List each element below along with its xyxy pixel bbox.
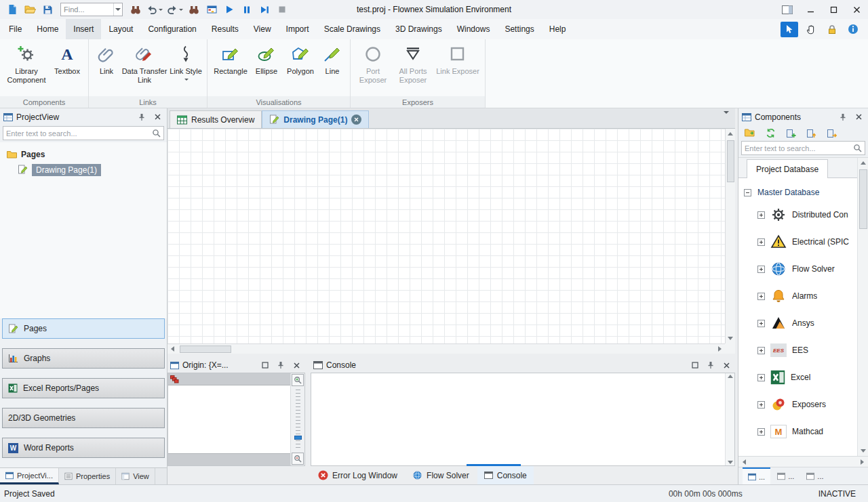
ribbon-link-exposer-button[interactable]: Link Exposer [434,44,481,76]
menu-help[interactable]: Help [542,19,574,39]
maximize-panel-button[interactable] [689,359,701,371]
layout-panel-button[interactable] [776,0,799,19]
ribbon-all-ports-exposer-button[interactable]: All Ports Exposer [392,44,434,85]
zoom-in-button[interactable] [292,374,304,386]
console-output[interactable] [311,373,735,466]
menu-settings[interactable]: Settings [497,19,541,39]
project-search-input[interactable] [6,129,149,138]
close-button[interactable] [845,0,868,19]
expand-expander[interactable] [757,347,765,354]
tree-item-excel[interactable]: Excel [738,364,856,391]
drawing-canvas[interactable] [167,129,725,343]
expand-expander[interactable] [757,293,765,300]
tree-item-alarms[interactable]: Alarms [738,283,856,310]
tree-item-mathcad[interactable]: M Mathcad [738,418,856,445]
canvas-horizontal-scrollbar[interactable] [167,343,725,354]
scroll-thumb[interactable] [727,140,734,182]
scroll-up-button[interactable] [726,129,736,139]
close-panel-button[interactable] [290,359,302,371]
tab-project-view[interactable]: ProjectVi... [0,468,59,484]
add-library-button[interactable] [783,125,799,141]
expand-expander[interactable] [757,401,765,409]
search-icon[interactable] [152,129,161,138]
menu-scale-drawings[interactable]: Scale Drawings [317,19,388,39]
scroll-right-button[interactable] [715,344,725,354]
menu-home[interactable]: Home [29,19,66,39]
tree-item-drawing-page[interactable]: Drawing Page(1) [0,162,167,177]
info-button[interactable] [845,21,861,37]
export-library-button[interactable] [823,125,840,141]
import-library-button[interactable] [803,125,819,141]
nav-word-reports-button[interactable]: W Word Reports [2,438,165,458]
scroll-thumb[interactable] [180,346,231,353]
components-vertical-scrollbar[interactable] [857,158,868,456]
tab-list-dropdown[interactable] [717,114,735,123]
close-panel-button[interactable] [151,111,163,123]
refresh-button[interactable] [762,125,778,141]
close-panel-button[interactable] [852,111,865,123]
canvas-vertical-scrollbar[interactable] [725,129,735,343]
origin-preview[interactable] [167,373,305,466]
tree-item-distributed-control[interactable]: Distributed Con [738,201,856,228]
scroll-up-button[interactable] [728,375,733,378]
stop-button[interactable] [274,2,290,17]
components-search-box[interactable] [741,141,865,155]
close-tab-button[interactable] [351,114,361,125]
close-panel-button[interactable] [720,359,732,371]
tab-project-database[interactable]: Project Database [747,159,828,178]
menu-windows[interactable]: Windows [450,19,498,39]
scroll-thumb[interactable] [859,169,867,229]
find-dropdown-arrow[interactable] [113,3,122,16]
scroll-right-button[interactable] [857,457,867,467]
pause-button[interactable] [239,2,255,17]
pan-tool-button[interactable] [803,21,819,37]
scroll-left-button[interactable] [739,457,749,467]
ribbon-link-style-button[interactable]: Link Style [168,44,203,81]
collapse-expander[interactable] [744,189,751,196]
expand-expander[interactable] [757,374,765,381]
mini-tab-1[interactable]: ... [743,467,770,484]
ribbon-data-transfer-link-button[interactable]: Data Transfer Link [121,44,168,85]
maximize-button[interactable] [822,0,845,19]
tree-item-master-database[interactable]: Master Database [738,184,856,201]
tab-properties[interactable]: Properties [59,468,116,484]
components-search-input[interactable] [745,144,850,152]
ribbon-link-button[interactable]: Link [92,44,121,76]
scroll-left-button[interactable] [167,344,178,354]
ribbon-rectangle-button[interactable]: Rectangle [211,44,250,76]
expand-expander[interactable] [757,428,765,436]
tab-view[interactable]: View [116,468,155,484]
components-horizontal-scrollbar[interactable] [738,456,868,467]
nav-geometries-button[interactable]: 2D/3D Geometries [2,408,165,428]
menu-view[interactable]: View [246,19,279,39]
nav-pages-button[interactable]: Pages [2,318,165,339]
find-input[interactable] [61,5,113,14]
pin-button[interactable] [275,359,287,371]
menu-file[interactable]: File [1,19,29,39]
pin-button[interactable] [136,111,148,123]
tab-error-log[interactable]: Error Log Window [311,466,404,484]
menu-layout[interactable]: Layout [101,19,140,39]
tree-item-flow-solver[interactable]: Flow Solver [738,255,856,283]
step-button[interactable] [256,2,273,17]
expand-expander[interactable] [757,320,765,327]
menu-results[interactable]: Results [204,19,246,39]
ribbon-textbox-button[interactable]: A Textbox [50,44,85,76]
tree-item-ees[interactable]: EES EES [738,337,856,364]
scroll-down-button[interactable] [726,333,736,343]
ribbon-library-component-button[interactable]: Library Component [3,44,50,85]
ribbon-ellipse-button[interactable]: Ellipse [250,44,283,76]
open-file-button[interactable] [22,2,38,17]
zoom-out-button[interactable] [292,453,304,465]
nav-graphs-button[interactable]: Graphs [2,348,165,369]
zoom-slider-handle[interactable] [294,436,302,440]
pin-button[interactable] [705,359,717,371]
save-button[interactable] [39,2,56,17]
scroll-up-button[interactable] [858,158,868,168]
menu-3d-drawings[interactable]: 3D Drawings [388,19,450,39]
pin-button[interactable] [837,111,849,123]
find-next-button[interactable] [127,2,144,17]
scroll-down-button[interactable] [858,446,868,456]
console-scrollbar[interactable] [725,373,734,465]
tree-item-pages[interactable]: Pages [0,146,167,162]
